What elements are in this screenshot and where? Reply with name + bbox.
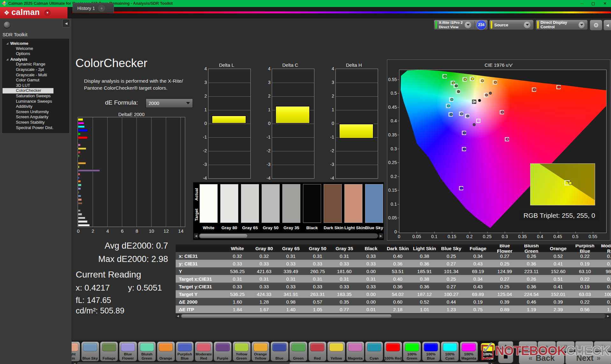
source-dropdown[interactable]: Source	[489, 20, 534, 30]
pattern-button-moderate-red[interactable]: Moderate Red	[195, 341, 213, 361]
sidebar-item-welcome[interactable]: Welcome	[3, 46, 69, 52]
logo-menu-chevron-icon[interactable]: ▼	[44, 10, 51, 16]
pattern-button-yellow-green[interactable]: Yellow Green	[233, 341, 251, 361]
pattern-button-blue[interactable]: Blue	[270, 341, 289, 361]
sidebar-item-dynamic-range[interactable]: Dynamic Range	[3, 62, 69, 67]
sidebar-item-grayscale-2pt[interactable]: Grayscale - 2pt	[3, 67, 69, 72]
pattern-button-yellow[interactable]: Yellow	[327, 341, 345, 361]
swatch-white	[200, 184, 218, 223]
tree-group-welcome[interactable]: ◢Welcome	[3, 41, 69, 46]
de-formula-select[interactable]: 2000	[146, 99, 193, 108]
tree-group-analysis[interactable]: ◢Analysis	[3, 57, 69, 62]
swatch-scrollbar-thumb[interactable]	[200, 234, 247, 238]
table-scrollbar-thumb[interactable]	[181, 314, 391, 318]
pattern-button-100-cyan[interactable]: 100% Cyan	[441, 341, 459, 361]
expander-icon[interactable]: ◢	[6, 58, 8, 61]
pattern-button-purplish-blue[interactable]: Purplish Blue	[176, 341, 194, 361]
sidebar-item-options[interactable]: Options	[3, 51, 69, 57]
pattern-button-magenta[interactable]: Magenta	[346, 341, 364, 361]
cie-measured-dot-7	[533, 88, 536, 91]
tab-history-1[interactable]: History 1 +	[73, 3, 114, 13]
x-tickmark	[487, 232, 488, 233]
minimize-button[interactable]: ─	[580, 1, 583, 6]
deltae-bar-foliage	[78, 191, 79, 194]
sidebar-item-screen-angularity[interactable]: Screen Angularity	[3, 114, 69, 120]
cell-target-y-cie31-purplish-blue: 0.19	[572, 284, 598, 289]
sidebar-item-grayscale-multi[interactable]: Grayscale - Multi	[3, 72, 69, 78]
pattern-button-100-red[interactable]: 100% Red	[384, 341, 402, 361]
row-label: ΔE 2000	[176, 299, 224, 305]
x-tickmark	[593, 232, 593, 233]
pattern-scroll-left-icon[interactable]: ◀	[72, 362, 76, 364]
pattern-button-blue-flower[interactable]: Blue Flower	[119, 341, 137, 361]
pattern-button-light-skin[interactable]: Light Skin	[72, 341, 80, 361]
pattern-button-100-blue[interactable]: 100% Blue	[422, 341, 440, 361]
pattern-swatch	[348, 343, 362, 351]
panel-collapse-icon[interactable]: ◀	[603, 20, 611, 31]
swatch-scroll-left-icon[interactable]: ◀	[194, 233, 198, 238]
pattern-scrollbar[interactable]	[77, 362, 489, 364]
pattern-button-red[interactable]: Red	[308, 341, 327, 361]
pattern-button-100-green[interactable]: 100% Green	[403, 341, 421, 361]
cie-measured-dot-18	[467, 115, 469, 118]
table-scroll-left-icon[interactable]: ◀	[176, 314, 180, 318]
cie-x-tick-0: 0	[393, 234, 405, 239]
pattern-button-cyan[interactable]: Cyan	[365, 341, 383, 361]
cell-target-y-orange: 152.01	[545, 292, 572, 297]
sidebar-item-screen-uniformity[interactable]: Screen Uniformity	[3, 109, 69, 115]
pattern-scroll-right-icon[interactable]: ▶	[490, 362, 494, 364]
sidebar-item-3d-lut[interactable]: 3D LUT	[3, 83, 69, 88]
rgb-triplet-label: RGB Triplet: 255, 255, 0	[519, 210, 600, 221]
sidebar-item-colorchecker[interactable]: ColorChecker	[3, 88, 53, 93]
pattern-button-bluish-green[interactable]: Bluish Green	[138, 341, 156, 361]
sidebar-item-screen-stability[interactable]: Screen Stability	[3, 120, 69, 125]
swatch-dark-skin	[324, 184, 342, 223]
pattern-button-orange[interactable]: Orange	[157, 341, 175, 361]
pattern-button-100-magenta[interactable]: 100% Magenta	[460, 341, 478, 361]
add-tab-button[interactable]: +	[98, 5, 105, 12]
sidebar-round-button[interactable]	[4, 22, 10, 28]
table-scroll-right-icon[interactable]: ▶	[606, 314, 610, 318]
cell-y-cie31-gray-35: 0.33	[331, 261, 358, 266]
pattern-button-purple[interactable]: Purple	[214, 341, 232, 361]
sidebar-item-spectral-power-dist[interactable]: Spectral Power Dist.	[3, 125, 69, 131]
column-header-gray-65: Gray 65	[277, 246, 304, 251]
pattern-button-green[interactable]: Green	[289, 341, 307, 361]
cie-x-tick-0.05: 0.05	[410, 234, 423, 239]
pattern-button-blue-sky[interactable]: Blue Sky	[81, 341, 99, 361]
calman-logo-button[interactable]: ❖ calman ▼	[0, 7, 67, 18]
pattern-button-orange-yellow[interactable]: Orange Yellow	[251, 341, 270, 361]
y-tick-2: 2	[328, 93, 334, 99]
display-control-dropdown[interactable]: Direct Display Control	[536, 20, 588, 30]
cell-target-x-cie31-foliage: 0.34	[465, 276, 491, 282]
settings-gear-icon[interactable]: ⚙	[590, 20, 602, 31]
close-button[interactable]: ✕	[603, 1, 607, 6]
cie-y-tick-0: 0	[387, 229, 397, 234]
x-tick-10: 10	[148, 228, 155, 234]
y-tickmark	[397, 149, 399, 149]
cell-y-cie31-foliage: 0.43	[465, 261, 491, 266]
cie-measured-dot-12	[474, 100, 476, 103]
pattern-scrollbar-thumb[interactable]	[290, 362, 488, 364]
sidebar-item-additivity[interactable]: Additivity	[3, 104, 69, 109]
cie-x-tick-0.35: 0.35	[516, 234, 529, 239]
swatch-scrollbar[interactable]	[199, 233, 378, 238]
expander-icon[interactable]: ◢	[6, 42, 8, 45]
meter-count-badge[interactable]: 234	[476, 20, 486, 30]
sidebar-item-luminance-sweeps[interactable]: Luminance Sweeps	[3, 99, 69, 104]
sidebar-item-saturation-sweeps[interactable]: Saturation Sweeps	[3, 93, 69, 99]
pattern-button-foliage[interactable]: Foliage	[100, 341, 118, 361]
display-control-chevron-down-icon[interactable]	[579, 22, 585, 28]
meter-chevron-down-icon[interactable]	[465, 22, 471, 28]
maximize-button[interactable]: ▢	[592, 1, 595, 6]
sidebar-item-color-gamut[interactable]: Color Gamut	[3, 78, 69, 83]
source-chevron-down-icon[interactable]	[524, 22, 530, 28]
y-tick-3: 3	[200, 80, 207, 85]
pattern-label: Purple	[214, 356, 231, 360]
swatch-scroll-right-icon[interactable]: ▶	[379, 233, 383, 238]
pattern-label: Orange Yellow	[252, 352, 269, 360]
sidebar-collapse-icon[interactable]: ◀	[62, 19, 70, 27]
cell-e-2000-gray-80: 1.28	[251, 299, 277, 305]
table-scrollbar[interactable]	[181, 314, 605, 318]
meter-dropdown[interactable]: X-Rite i1Pro 2 Direct View 234	[434, 20, 488, 30]
